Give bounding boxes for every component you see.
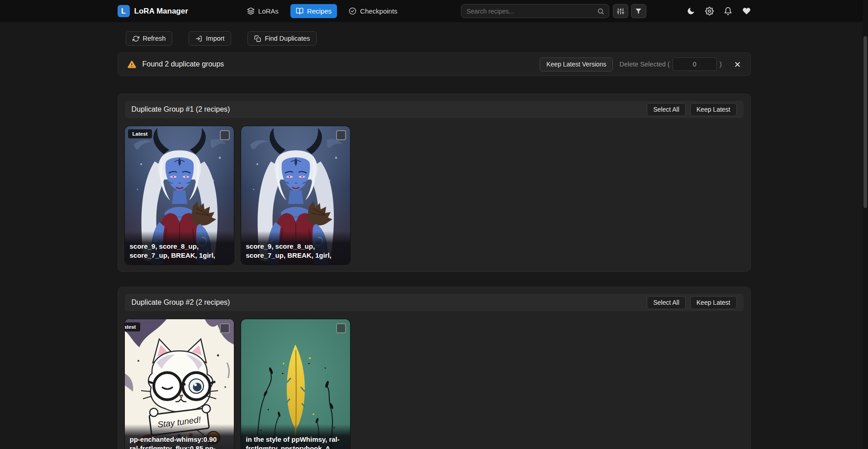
duplicate-group-2: Duplicate Group #2 (2 recipes) Select Al… bbox=[118, 287, 751, 449]
favorites-button[interactable] bbox=[742, 7, 751, 15]
keep-latest-button[interactable]: Keep Latest bbox=[690, 103, 737, 116]
duplicate-group-1: Duplicate Group #1 (2 recipes) Select Al… bbox=[118, 94, 751, 272]
delete-count-input[interactable] bbox=[673, 57, 717, 71]
bell-icon bbox=[724, 7, 732, 15]
duplicate-group-2-cards: Stay tuned! Latest pp-enchanted-whimsy:0… bbox=[125, 319, 744, 449]
app-title: LoRA Manager bbox=[134, 7, 188, 16]
book-icon bbox=[296, 7, 304, 15]
main-nav: LoRAs Recipes Checkpoints bbox=[242, 4, 403, 18]
nav-recipes-label: Recipes bbox=[307, 7, 332, 15]
layers-icon bbox=[247, 7, 255, 15]
latest-badge: Latest bbox=[125, 322, 141, 331]
check-circle-icon bbox=[349, 7, 356, 15]
search-icon[interactable] bbox=[597, 8, 604, 15]
duplicates-icon bbox=[254, 35, 261, 42]
sliders-filter-button[interactable] bbox=[613, 4, 628, 18]
app-logo-icon: L bbox=[118, 5, 130, 17]
import-icon bbox=[195, 35, 202, 42]
alert-message: Found 2 duplicate groups bbox=[142, 60, 224, 68]
find-duplicates-button[interactable]: Find Duplicates bbox=[247, 31, 317, 46]
funnel-icon bbox=[635, 8, 642, 14]
search-input[interactable] bbox=[467, 8, 597, 15]
select-all-button[interactable]: Select All bbox=[647, 103, 686, 116]
search-area bbox=[461, 4, 646, 18]
app-logo[interactable]: L LoRA Manager bbox=[118, 5, 188, 17]
find-duplicates-button-label: Find Duplicates bbox=[265, 35, 310, 42]
keep-latest-button[interactable]: Keep Latest bbox=[690, 296, 737, 309]
moon-icon bbox=[687, 7, 695, 15]
refresh-icon bbox=[133, 35, 139, 42]
recipe-card[interactable]: score_9, score_8_up, score_7_up, BREAK, … bbox=[241, 126, 350, 265]
nav-checkpoints-label: Checkpoints bbox=[360, 7, 398, 15]
card-select-checkbox[interactable] bbox=[336, 323, 346, 333]
duplicate-group-2-header: Duplicate Group #2 (2 recipes) Select Al… bbox=[125, 294, 744, 311]
funnel-filter-button[interactable] bbox=[631, 4, 646, 18]
duplicate-group-2-title: Duplicate Group #2 (2 recipes) bbox=[132, 298, 230, 307]
recipe-prompt: in the style of ppWhimsy, ral-frctlgmtry… bbox=[241, 424, 350, 449]
duplicate-group-1-header: Duplicate Group #1 (2 recipes) Select Al… bbox=[125, 101, 744, 118]
recipe-card[interactable]: Latest score_9, score_8_up, score_7_up, … bbox=[125, 126, 234, 265]
gear-icon bbox=[705, 7, 714, 15]
nav-loras-label: LoRAs bbox=[258, 7, 279, 15]
card-select-checkbox[interactable] bbox=[220, 323, 230, 333]
recipes-toolbar: Refresh Import Find Duplicates bbox=[118, 31, 751, 46]
heart-icon bbox=[742, 7, 751, 15]
card-select-checkbox[interactable] bbox=[336, 130, 346, 140]
card-select-checkbox[interactable] bbox=[220, 130, 230, 140]
settings-button[interactable] bbox=[705, 7, 714, 15]
nav-recipes[interactable]: Recipes bbox=[290, 4, 337, 18]
recipe-card[interactable]: in the style of ppWhimsy, ral-frctlgmtry… bbox=[241, 319, 350, 449]
sliders-icon bbox=[617, 8, 624, 15]
duplicates-alert-banner: Found 2 duplicate groups Keep Latest Ver… bbox=[118, 52, 751, 76]
main-content: Refresh Import Find Duplicates Found 2 d… bbox=[118, 31, 751, 449]
notifications-button[interactable] bbox=[724, 7, 732, 15]
scrollbar-thumb[interactable] bbox=[863, 36, 867, 208]
close-icon bbox=[734, 61, 741, 68]
import-button-label: Import bbox=[206, 35, 224, 42]
search-box bbox=[461, 4, 609, 18]
delete-selected-suffix: ) bbox=[720, 61, 722, 68]
refresh-button[interactable]: Refresh bbox=[126, 31, 173, 46]
keep-latest-versions-button[interactable]: Keep Latest Versions bbox=[540, 57, 613, 71]
scrollbar-track[interactable] bbox=[863, 0, 868, 449]
latest-badge: Latest bbox=[128, 129, 152, 138]
close-alert-button[interactable] bbox=[734, 61, 741, 68]
import-button[interactable]: Import bbox=[189, 31, 231, 46]
duplicate-group-1-actions: Select All Keep Latest bbox=[647, 103, 736, 116]
recipe-prompt: score_9, score_8_up, score_7_up, BREAK, … bbox=[125, 231, 234, 265]
recipe-card[interactable]: Stay tuned! Latest pp-enchanted-whimsy:0… bbox=[125, 319, 234, 449]
duplicate-group-1-title: Duplicate Group #1 (2 recipes) bbox=[132, 105, 230, 113]
recipe-prompt: pp-enchanted-whimsy:0.90 ral-frctlgmtry_… bbox=[125, 424, 234, 449]
warning-icon bbox=[127, 60, 137, 69]
refresh-button-label: Refresh bbox=[143, 35, 166, 42]
nav-checkpoints[interactable]: Checkpoints bbox=[343, 4, 403, 18]
theme-toggle-button[interactable] bbox=[687, 7, 695, 15]
duplicate-group-2-actions: Select All Keep Latest bbox=[647, 296, 736, 309]
recipe-prompt: score_9, score_8_up, score_7_up, BREAK, … bbox=[241, 231, 350, 265]
duplicate-group-1-cards: Latest score_9, score_8_up, score_7_up, … bbox=[125, 126, 744, 265]
header-right-icons bbox=[687, 7, 751, 15]
app-header: L LoRA Manager LoRAs Recipes Checkpoi bbox=[0, 0, 868, 22]
alert-actions: Keep Latest Versions Delete Selected ( ) bbox=[540, 57, 741, 71]
select-all-button[interactable]: Select All bbox=[647, 296, 686, 309]
delete-selected-control[interactable]: Delete Selected ( ) bbox=[619, 57, 721, 71]
delete-selected-prefix: Delete Selected ( bbox=[619, 61, 669, 68]
nav-loras[interactable]: LoRAs bbox=[242, 4, 284, 18]
